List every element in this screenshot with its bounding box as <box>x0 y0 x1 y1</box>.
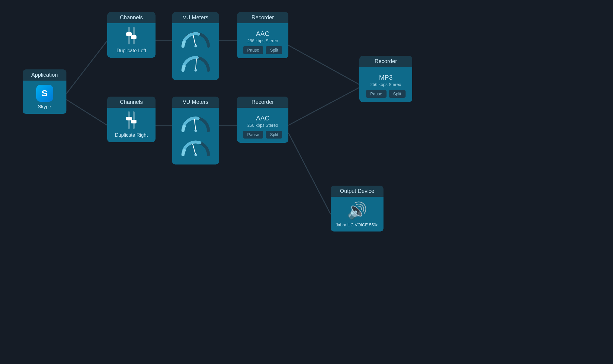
channels-left-label: Duplicate Left <box>117 48 146 53</box>
fader-track-3 <box>128 111 130 129</box>
speaker-icon: 🔊 <box>347 201 367 220</box>
recorder-mp3-node: Recorder MP3 256 kbps Stereo Pause Split <box>359 56 412 102</box>
application-skype-body: S Skype <box>23 81 66 114</box>
vu-meters-left-header: VU Meters <box>172 12 219 23</box>
recorder-aac-right-split-btn[interactable]: Split <box>266 131 282 139</box>
faders-left-icon <box>128 27 135 46</box>
recorder-aac-right-node: Recorder AAC 256 kbps Stereo Pause Split <box>237 97 288 143</box>
vu-meters-right-node: VU Meters <box>172 97 219 164</box>
recorder-aac-left-buttons: Pause Split <box>243 46 283 54</box>
recorder-aac-right-header: Recorder <box>237 97 288 108</box>
svg-point-12 <box>194 69 197 72</box>
recorder-aac-right-format: AAC <box>256 114 269 122</box>
fader-handle-4 <box>131 120 136 123</box>
recorder-aac-left-format: AAC <box>256 30 269 38</box>
output-device-node: Output Device 🔊 Jabra UC VOICE 550a <box>331 186 384 231</box>
svg-point-16 <box>194 154 197 156</box>
output-device-body: 🔊 Jabra UC VOICE 550a <box>331 197 384 231</box>
vu-meters-left-body <box>172 23 219 80</box>
svg-line-11 <box>196 59 196 70</box>
recorder-mp3-split-btn[interactable]: Split <box>389 90 406 98</box>
channels-right-node: Channels Duplicate Right <box>107 97 156 142</box>
vu-meter-right-icon-2 <box>179 136 212 160</box>
svg-line-7 <box>288 88 359 125</box>
recorder-aac-right-body: AAC 256 kbps Stereo Pause Split <box>237 108 288 143</box>
recorder-mp3-pause-btn[interactable]: Pause <box>366 90 387 98</box>
application-skype-header: Application <box>23 69 66 81</box>
svg-line-0 <box>66 41 107 94</box>
recorder-aac-left-pause-btn[interactable]: Pause <box>243 46 264 54</box>
channels-left-body: Duplicate Left <box>107 23 156 58</box>
channels-right-label: Duplicate Right <box>115 133 148 138</box>
output-device-header: Output Device <box>331 186 384 197</box>
recorder-mp3-format: MP3 <box>379 74 393 81</box>
skype-label: Skype <box>38 104 51 110</box>
svg-line-9 <box>193 36 196 46</box>
application-skype-node: Application S Skype <box>23 69 66 114</box>
recorder-mp3-quality: 256 kbps Stereo <box>371 82 401 87</box>
recorder-aac-left-split-btn[interactable]: Split <box>266 46 282 54</box>
svg-line-1 <box>66 100 107 125</box>
svg-line-13 <box>194 119 196 131</box>
vu-meter-left-icon-2 <box>179 52 212 76</box>
svg-point-10 <box>194 45 197 47</box>
fader-track-1 <box>128 27 130 44</box>
vu-meters-left-node: VU Meters <box>172 12 219 80</box>
fader-handle-3 <box>126 117 132 120</box>
fader-handle-1 <box>126 32 132 36</box>
svg-line-15 <box>193 144 196 155</box>
fader-track-2 <box>133 27 135 44</box>
recorder-aac-right-buttons: Pause Split <box>243 131 283 139</box>
channels-left-node: Channels Duplicate Left <box>107 12 156 58</box>
skype-icon: S <box>36 85 53 102</box>
recorder-mp3-header: Recorder <box>359 56 412 67</box>
vu-meters-right-header: VU Meters <box>172 97 219 108</box>
svg-line-8 <box>288 133 331 214</box>
recorder-aac-left-body: AAC 256 kbps Stereo Pause Split <box>237 23 288 58</box>
fader-handle-2 <box>131 35 136 39</box>
recorder-aac-left-quality: 256 kbps Stereo <box>247 38 278 43</box>
recorder-aac-right-quality: 256 kbps Stereo <box>247 123 278 128</box>
vu-meters-right-body <box>172 108 219 164</box>
svg-line-6 <box>288 45 359 85</box>
recorder-mp3-buttons: Pause Split <box>366 90 406 98</box>
channels-right-header: Channels <box>107 97 156 108</box>
svg-point-14 <box>194 129 197 132</box>
vu-meter-left-icon <box>179 27 212 52</box>
channels-left-header: Channels <box>107 12 156 23</box>
vu-meter-right-icon <box>179 112 212 136</box>
faders-right-icon <box>128 112 135 130</box>
channels-right-body: Duplicate Right <box>107 108 156 142</box>
fader-track-4 <box>133 111 135 129</box>
recorder-aac-right-pause-btn[interactable]: Pause <box>243 131 264 139</box>
output-device-label: Jabra UC VOICE 550a <box>336 222 379 227</box>
recorder-mp3-body: MP3 256 kbps Stereo Pause Split <box>359 67 412 102</box>
recorder-aac-left-node: Recorder AAC 256 kbps Stereo Pause Split <box>237 12 288 58</box>
recorder-aac-left-header: Recorder <box>237 12 288 23</box>
